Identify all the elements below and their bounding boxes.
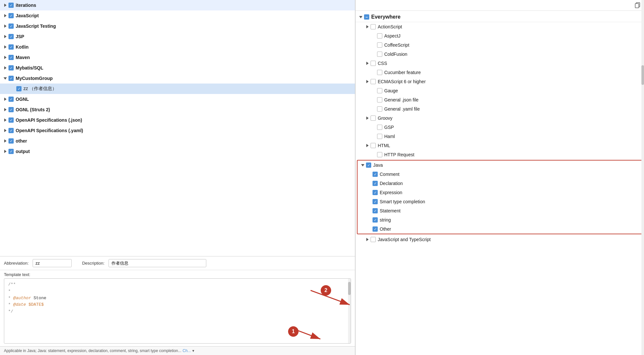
everywhere-arrow[interactable] [358, 14, 363, 20]
code-scrollbar[interactable] [348, 279, 351, 343]
kotlin-checkbox[interactable] [8, 44, 14, 50]
cucumber-checkbox[interactable] [377, 70, 382, 75]
other-arrow[interactable] [3, 138, 8, 144]
ctx-item-js-typescript[interactable]: JavaScript and TypeScript [356, 235, 644, 244]
openapi-json-arrow[interactable] [3, 117, 8, 123]
javascript-checkbox[interactable] [8, 13, 14, 18]
tree-item-iterations[interactable]: iterations [0, 0, 355, 10]
maven-arrow[interactable] [3, 55, 8, 60]
html-checkbox[interactable] [371, 143, 376, 148]
gsp-checkbox[interactable] [377, 125, 382, 130]
tree-item-other[interactable]: other [0, 136, 355, 146]
ctx-item-ecmascript[interactable]: ECMAScript 6 or higher [356, 77, 644, 86]
ctx-item-html[interactable]: HTML [356, 141, 644, 150]
tree-item-my-custom-group[interactable]: MyCustomGroup [0, 73, 355, 84]
ognl-struts2-checkbox[interactable] [8, 107, 14, 112]
java-declaration-checkbox[interactable] [373, 181, 378, 186]
java-smart-checkbox[interactable] [373, 199, 378, 204]
ctx-item-java-expression[interactable]: Expression [358, 188, 642, 197]
jsp-arrow[interactable] [3, 34, 8, 39]
general-json-checkbox[interactable] [377, 97, 382, 102]
ctx-item-java-smart[interactable]: Smart type completion [358, 197, 642, 206]
template-list[interactable]: iterationsJavaScriptJavaScript TestingJS… [0, 0, 355, 256]
ognl-struts2-arrow[interactable] [3, 107, 8, 112]
ctx-item-java-statement[interactable]: Statement [358, 206, 642, 215]
ctx-item-general-json[interactable]: General .json file [356, 95, 644, 104]
groovy-arrow[interactable] [365, 116, 370, 121]
java-arrow[interactable] [360, 162, 365, 168]
java-statement-checkbox[interactable] [373, 208, 378, 213]
actionscript-arrow[interactable] [365, 24, 370, 29]
haml-checkbox[interactable] [377, 134, 382, 139]
jsp-checkbox[interactable] [8, 34, 14, 39]
openapi-yaml-arrow[interactable] [3, 128, 8, 133]
status-link[interactable]: Ch... [183, 348, 191, 353]
tree-item-mybatis-sql[interactable]: Mybatis/SQL [0, 63, 355, 73]
ctx-item-coffeescript[interactable]: CoffeeScript [356, 40, 644, 50]
coffeescript-checkbox[interactable] [377, 42, 382, 48]
ctx-item-coldfusion[interactable]: ColdFusion [356, 50, 644, 59]
tree-item-openapi-yaml[interactable]: OpenAPI Specifications (.yaml) [0, 125, 355, 136]
ctx-item-java-comment[interactable]: Comment [358, 170, 642, 179]
tree-item-openapi-json[interactable]: OpenAPI Specifications (.json) [0, 115, 355, 125]
css-checkbox[interactable] [371, 61, 376, 66]
java-other-checkbox[interactable] [373, 226, 378, 232]
java-expression-checkbox[interactable] [373, 190, 378, 195]
zz-checkbox[interactable] [16, 86, 22, 91]
ctx-item-java-string[interactable]: string [358, 215, 642, 224]
ctx-item-haml[interactable]: Haml [356, 132, 644, 141]
openapi-yaml-checkbox[interactable] [8, 128, 14, 133]
ctx-item-css[interactable]: CSS [356, 59, 644, 68]
groovy-checkbox[interactable] [371, 116, 376, 121]
html-arrow[interactable] [365, 143, 370, 148]
tree-item-ognl[interactable]: OGNL [0, 94, 355, 104]
java-comment-checkbox[interactable] [373, 172, 378, 177]
javascript-testing-checkbox[interactable] [8, 23, 14, 29]
tree-item-javascript[interactable]: JavaScript [0, 10, 355, 21]
everywhere-checkbox[interactable] [364, 14, 369, 20]
maven-checkbox[interactable] [8, 55, 14, 60]
tree-item-jsp[interactable]: JSP [0, 31, 355, 42]
description-input[interactable] [109, 259, 206, 267]
ognl-arrow[interactable] [3, 97, 8, 102]
http-checkbox[interactable] [377, 152, 382, 157]
other-checkbox[interactable] [8, 138, 14, 144]
tree-item-ognl-struts2[interactable]: OGNL (Struts 2) [0, 104, 355, 115]
ctx-item-general-yaml[interactable]: General .yaml file [356, 104, 644, 114]
ctx-item-groovy[interactable]: Groovy [356, 114, 644, 123]
tree-item-kotlin[interactable]: Kotlin [0, 42, 355, 52]
code-editor[interactable]: /** * * @author Stone * @date $DATE$ */ … [4, 278, 351, 344]
tree-item-output[interactable]: output [0, 146, 355, 157]
iterations-arrow[interactable] [3, 3, 8, 8]
zz-arrow[interactable] [10, 86, 16, 91]
ctx-item-java-declaration[interactable]: Declaration [358, 179, 642, 188]
actionscript-checkbox[interactable] [371, 24, 376, 29]
context-tree[interactable]: Everywhere ActionScript AspectJ CoffeeSc… [356, 11, 644, 355]
css-arrow[interactable] [365, 61, 370, 66]
abbreviation-input[interactable] [33, 259, 72, 267]
js-typescript-checkbox[interactable] [371, 237, 376, 242]
javascript-arrow[interactable] [3, 13, 8, 18]
my-custom-group-checkbox[interactable] [8, 76, 14, 81]
iterations-checkbox[interactable] [8, 3, 14, 8]
output-checkbox[interactable] [8, 149, 14, 154]
my-custom-group-arrow[interactable] [3, 76, 8, 81]
general-yaml-checkbox[interactable] [377, 106, 382, 112]
ctx-item-java[interactable]: Java [358, 161, 642, 170]
output-arrow[interactable] [3, 149, 8, 154]
aspectj-checkbox[interactable] [377, 33, 382, 39]
java-checkbox[interactable] [366, 162, 371, 168]
ctx-item-gsp[interactable]: GSP [356, 123, 644, 132]
coldfusion-checkbox[interactable] [377, 52, 382, 57]
tree-item-zz[interactable]: zz （作者信息） [0, 84, 355, 94]
ctx-item-http[interactable]: HTTP Request [356, 150, 644, 159]
everywhere-row[interactable]: Everywhere [356, 12, 644, 22]
copy-icon[interactable] [634, 1, 641, 9]
ctx-item-actionscript[interactable]: ActionScript [356, 22, 644, 31]
ctx-item-aspectj[interactable]: AspectJ [356, 31, 644, 40]
ctx-item-cucumber[interactable]: Cucumber feature [356, 68, 644, 77]
javascript-testing-arrow[interactable] [3, 23, 8, 29]
tree-item-maven[interactable]: Maven [0, 52, 355, 63]
ognl-checkbox[interactable] [8, 97, 14, 102]
tree-item-javascript-testing[interactable]: JavaScript Testing [0, 21, 355, 31]
